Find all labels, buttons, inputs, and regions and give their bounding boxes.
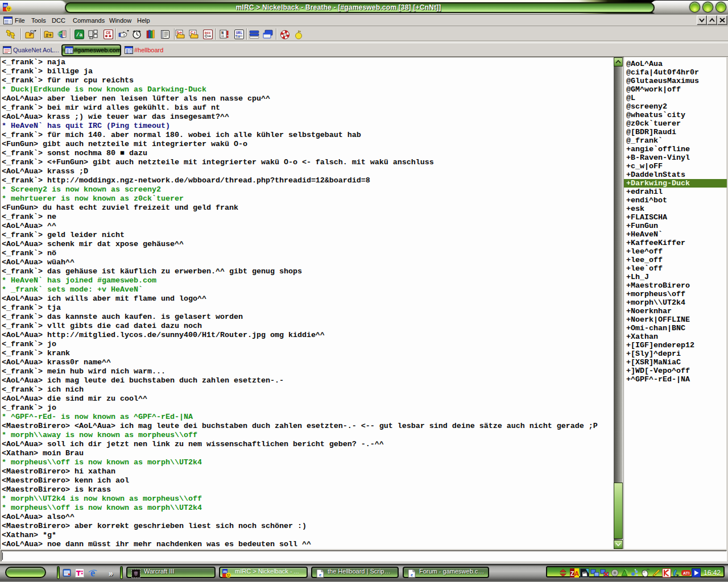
svg-text:#+: #+ <box>46 33 52 39</box>
svg-text:m: m <box>223 569 227 574</box>
svg-text:A: A <box>574 570 579 577</box>
svg-text:DCC: DCC <box>205 31 211 35</box>
svg-text:e: e <box>90 568 95 577</box>
svg-text:CE: CE <box>106 31 110 35</box>
svg-text:/a: /a <box>76 32 83 38</box>
svg-text:URL: URL <box>236 31 243 35</box>
svg-text:e: e <box>411 572 413 577</box>
svg-text:Z: Z <box>570 570 574 577</box>
svg-text:e: e <box>319 572 321 577</box>
svg-text:N: N <box>221 31 224 35</box>
svg-text:ATI: ATI <box>683 571 690 576</box>
